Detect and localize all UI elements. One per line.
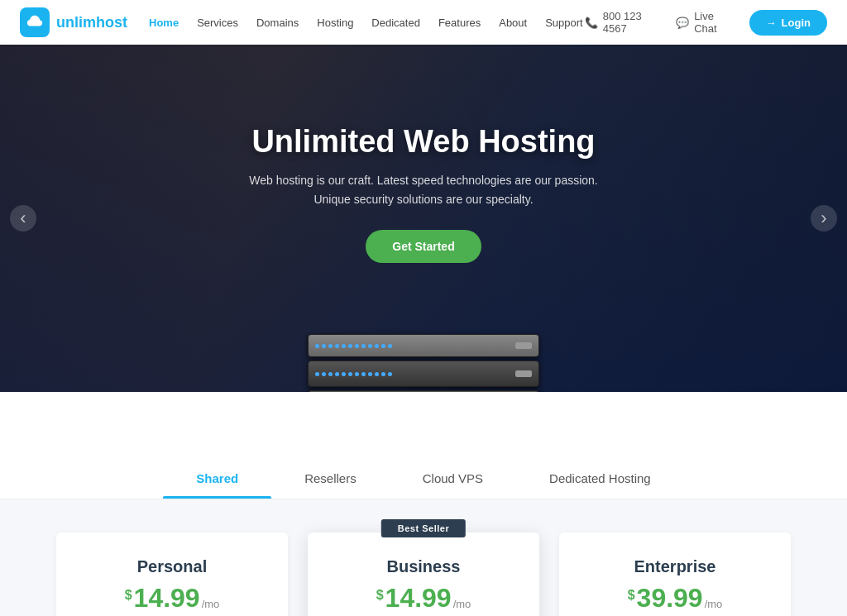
navbar: unlimhost Home Services Domains Hosting …	[0, 0, 847, 45]
hero-prev-arrow[interactable]: ‹	[10, 205, 36, 232]
hosting-tabs-section: Shared Resellers Cloud VPS Dedicated Hos…	[0, 392, 847, 499]
hero-next-arrow[interactable]: ›	[811, 205, 837, 232]
card-price-business: $ 14.99 /mo	[328, 585, 519, 611]
best-seller-badge: Best Seller	[381, 519, 466, 537]
nav-domains[interactable]: Domains	[255, 13, 300, 32]
card-title-enterprise: Enterprise	[579, 557, 771, 576]
phone-link[interactable]: 📞 800 123 4567	[585, 10, 659, 35]
nav-hosting[interactable]: Hosting	[315, 13, 355, 32]
price-dollar-enterprise: $	[628, 588, 635, 603]
server-image	[308, 326, 539, 392]
pricing-section: Personal $ 14.99 /mo 19 Resold Accounts …	[0, 499, 847, 616]
live-chat[interactable]: 💬 Live Chat	[676, 10, 732, 35]
pricing-card-business: Best Seller Business $ 14.99 /mo 99 Reso…	[308, 532, 539, 616]
price-dollar-business: $	[376, 588, 384, 603]
nav-home[interactable]: Home	[147, 13, 180, 32]
live-chat-label: Live Chat	[694, 10, 732, 35]
card-price-personal: $ 14.99 /mo	[76, 585, 268, 611]
nav-services[interactable]: Services	[195, 13, 240, 32]
price-amount-personal: 14.99	[134, 585, 200, 611]
nav-links: Home Services Domains Hosting Dedicated …	[147, 13, 585, 32]
tab-resellers[interactable]: Resellers	[271, 458, 390, 499]
hero-subtitle: Web hosting is our craft. Latest speed t…	[249, 171, 598, 208]
login-icon: →	[766, 17, 777, 29]
logo-icon	[20, 7, 50, 37]
login-label: Login	[782, 17, 811, 29]
hero-section: ‹ Unlimited Web Hosting Web hosting is o…	[0, 45, 847, 392]
phone-number: 800 123 4567	[603, 10, 659, 35]
price-mo-business: /mo	[453, 598, 471, 610]
hero-content: Unlimited Web Hosting Web hosting is our…	[249, 124, 598, 313]
card-title-business: Business	[328, 557, 519, 576]
pricing-card-personal: Personal $ 14.99 /mo 19 Resold Accounts …	[56, 532, 288, 616]
price-mo-enterprise: /mo	[705, 598, 723, 610]
pricing-cards-row: Personal $ 14.99 /mo 19 Resold Accounts …	[50, 532, 797, 616]
tab-shared[interactable]: Shared	[163, 458, 271, 499]
login-button[interactable]: → Login	[749, 10, 827, 36]
logo-text: unlimhost	[56, 14, 127, 31]
tab-dedicated-hosting[interactable]: Dedicated Hosting	[516, 458, 684, 499]
pricing-card-enterprise: Enterprise $ 39.99 /mo 119 Resold Accoun…	[559, 532, 791, 616]
tab-cloud-vps[interactable]: Cloud VPS	[390, 458, 516, 499]
nav-support[interactable]: Support	[543, 13, 585, 32]
navbar-left: unlimhost Home Services Domains Hosting …	[20, 7, 585, 37]
price-amount-business: 14.99	[385, 585, 452, 611]
nav-dedicated[interactable]: Dedicated	[370, 13, 422, 32]
card-price-enterprise: $ 39.99 /mo	[579, 585, 771, 611]
chat-icon: 💬	[676, 17, 689, 29]
logo[interactable]: unlimhost	[20, 7, 127, 37]
price-dollar-personal: $	[125, 588, 132, 603]
nav-features[interactable]: Features	[437, 13, 482, 32]
price-amount-enterprise: 39.99	[637, 585, 703, 611]
card-title-personal: Personal	[76, 557, 268, 576]
hero-cta-button[interactable]: Get Started	[366, 230, 481, 263]
phone-icon: 📞	[585, 17, 598, 29]
nav-about[interactable]: About	[497, 13, 529, 32]
navbar-right: 📞 800 123 4567 💬 Live Chat → Login	[585, 10, 827, 36]
price-mo-personal: /mo	[202, 598, 220, 610]
tabs-row: Shared Resellers Cloud VPS Dedicated Hos…	[0, 458, 847, 499]
hero-title: Unlimited Web Hosting	[249, 124, 598, 160]
